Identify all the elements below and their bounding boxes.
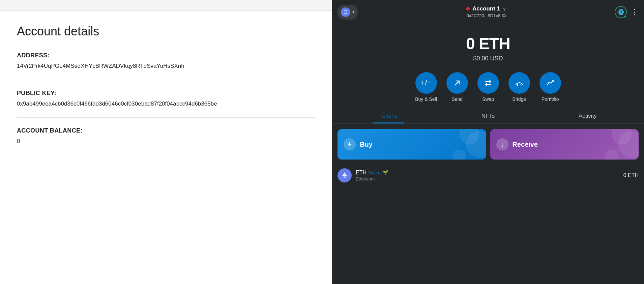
atom-svg: [617, 9, 624, 16]
buy-card-label: Buy: [360, 141, 373, 148]
more-options-button[interactable]: ⋮: [631, 8, 639, 17]
portfolio-icon-circle: [539, 72, 561, 94]
tab-activity[interactable]: Activity: [572, 109, 604, 123]
react-extension-icon[interactable]: [615, 6, 627, 18]
bridge-action[interactable]: Bridge: [508, 72, 530, 102]
portfolio-icon: [546, 79, 555, 87]
eth-icon-svg: [341, 172, 348, 179]
action-buttons-row: +/− Buy & Sell Send Swap: [332, 69, 644, 109]
stake-sprout-icon: 🌱: [383, 170, 388, 175]
eth-token-row[interactable]: ETH Stake 🌱 Ethereum 0 ETH: [332, 164, 644, 187]
header-left: Ξ ▾: [338, 5, 358, 20]
buy-card-button[interactable]: + Buy: [338, 129, 486, 160]
wallet-panel: Ξ ▾ Account 1 ∨ 0x2C720...9D1c8 ⧉: [332, 0, 644, 284]
eth-balance: 0 ETH: [466, 34, 510, 53]
wallet-header: Ξ ▾ Account 1 ∨ 0x2C720...9D1c8 ⧉: [332, 0, 644, 24]
eth-network-icon: Ξ: [341, 7, 350, 17]
swap-action[interactable]: Swap: [477, 72, 499, 102]
receive-card-button[interactable]: ↓ Receive: [490, 129, 639, 160]
receive-bubble-2: [605, 149, 618, 160]
send-icon-circle: [446, 72, 468, 94]
tab-nfts[interactable]: NFTs: [475, 109, 502, 123]
tabs-row: Tokens NFTs Activity: [332, 109, 644, 124]
swap-label: Swap: [482, 96, 494, 102]
token-balance-value: 0 ETH: [623, 172, 639, 178]
header-right: ⋮: [615, 6, 639, 18]
online-status-dot: [466, 7, 470, 10]
public-key-section: PUBLIC KEY: 0x9ab499eea4cb0d36c0f466fdd3…: [17, 90, 315, 118]
address-value: 14Vr2Prk4UqPGL4MSedXHYcBRWZADVkqy8RTdSva…: [17, 62, 315, 70]
header-center: Account 1 ∨ 0x2C720...9D1c8 ⧉: [466, 5, 506, 19]
address-section: ADDRESS: 14Vr2Prk4UqPGL4MSedXHYcBRWZADVk…: [17, 52, 315, 80]
buy-icon-circle: +: [344, 138, 356, 150]
token-name-row: ETH Stake 🌱: [356, 170, 388, 176]
portfolio-label: Portfolio: [541, 96, 559, 102]
receive-card-label: Receive: [513, 141, 538, 148]
usd-balance: $0.00 USD: [473, 55, 503, 62]
balance-section: 0 ETH $0.00 USD: [332, 24, 644, 69]
eth-token-icon: [338, 168, 352, 182]
buy-sell-icon: +/−: [421, 79, 432, 87]
public-key-label: PUBLIC KEY:: [17, 90, 315, 97]
token-left: ETH Stake 🌱 Ethereum: [338, 168, 388, 182]
portfolio-action[interactable]: Portfolio: [539, 72, 561, 102]
buy-sell-label: Buy & Sell: [415, 96, 437, 102]
buy-sell-action[interactable]: +/− Buy & Sell: [415, 72, 437, 102]
swap-icon: [484, 79, 493, 87]
account-address-row: 0x2C720...9D1c8 ⧉: [467, 13, 506, 19]
account-details-content: Account details ADDRESS: 14Vr2Prk4UqPGL4…: [0, 11, 332, 284]
connected-indicator: [623, 15, 627, 18]
bridge-icon-circle: [508, 72, 530, 94]
account-chevron-icon[interactable]: ∨: [503, 6, 506, 11]
buy-sell-icon-circle: +/−: [415, 72, 437, 94]
balance-value: 0: [17, 137, 315, 146]
send-label: Send: [451, 96, 463, 102]
network-chevron-icon: ▾: [352, 10, 354, 15]
token-subtitle: Ethereum: [356, 176, 388, 181]
top-bar: [0, 0, 332, 11]
receive-icon-circle: ↓: [496, 138, 508, 150]
eth-symbol: Ξ: [344, 9, 347, 15]
network-selector-button[interactable]: Ξ ▾: [338, 5, 358, 20]
send-icon: [453, 79, 462, 87]
swap-icon-circle: [477, 72, 499, 94]
svg-point-3: [620, 11, 621, 13]
account-details-title: Account details: [17, 24, 315, 38]
bridge-icon: [515, 79, 524, 87]
balance-label: ACCOUNT BALANCE:: [17, 127, 315, 134]
public-key-value: 0x9ab499eea4cb0d36c0f466fdd3d6046c0cf030…: [17, 100, 315, 108]
left-panel: Account details ADDRESS: 14Vr2Prk4UqPGL4…: [0, 0, 332, 284]
stake-link[interactable]: Stake: [369, 170, 381, 175]
bridge-label: Bridge: [513, 96, 526, 102]
account-name-row: Account 1 ∨: [466, 5, 506, 12]
address-label: ADDRESS:: [17, 52, 315, 59]
token-name: ETH: [356, 170, 367, 176]
bubble-deco-2: [452, 149, 466, 160]
tab-tokens[interactable]: Tokens: [373, 109, 404, 123]
balance-section: ACCOUNT BALANCE: 0: [17, 127, 315, 155]
account-address-short: 0x2C720...9D1c8: [467, 13, 500, 18]
copy-address-icon[interactable]: ⧉: [502, 13, 506, 19]
buy-plus-icon: +: [348, 140, 352, 149]
account-name-label: Account 1: [472, 5, 500, 12]
buy-receive-row: + Buy ↓ Receive: [332, 124, 644, 164]
token-info: ETH Stake 🌱 Ethereum: [356, 170, 388, 181]
send-action[interactable]: Send: [446, 72, 468, 102]
receive-arrow-icon: ↓: [501, 141, 504, 148]
